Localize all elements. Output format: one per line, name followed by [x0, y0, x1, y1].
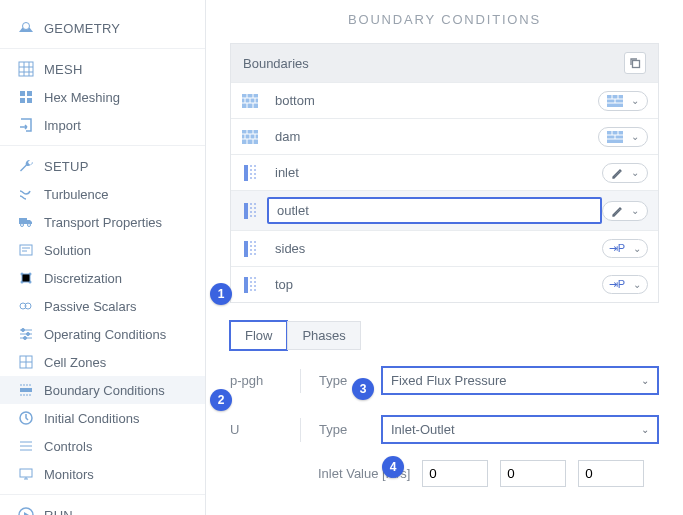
- svg-point-16: [27, 333, 30, 336]
- sidebar-item-initial-conditions[interactable]: Initial Conditions: [0, 404, 205, 432]
- callout-3: 3: [352, 378, 374, 400]
- tab-flow[interactable]: Flow: [230, 321, 287, 350]
- boundary-type-button[interactable]: ⌄: [602, 201, 648, 221]
- svg-rect-5: [27, 98, 32, 103]
- inlet-value-y[interactable]: [500, 460, 566, 487]
- boundary-type-button[interactable]: ⌄: [598, 127, 648, 147]
- svg-rect-23: [633, 61, 640, 68]
- label: Controls: [44, 439, 92, 454]
- row-inlet-value: Inlet Value [m/s]: [230, 454, 659, 487]
- label: Discretization: [44, 271, 122, 286]
- sidebar-item-cell-zones[interactable]: Cell Zones: [0, 348, 205, 376]
- wrench-icon: [18, 158, 34, 174]
- select-value: Inlet-Outlet: [391, 422, 455, 437]
- chevron-down-icon: ⌄: [631, 167, 639, 178]
- boundary-type-button[interactable]: ⌄: [602, 163, 648, 183]
- boundary-row-bottom[interactable]: bottom ⌄: [231, 82, 658, 118]
- label: GEOMETRY: [44, 21, 120, 36]
- sidebar-item-boundary-conditions[interactable]: Boundary Conditions: [0, 376, 205, 404]
- field-label-u: U: [230, 422, 282, 437]
- controls-icon: [18, 438, 34, 454]
- sidebar-item-import[interactable]: Import: [0, 111, 205, 139]
- chevron-down-icon: ⌄: [631, 95, 639, 106]
- boundaries-panel: Boundaries bottom ⌄ dam ⌄ inlet ⌄: [230, 43, 659, 303]
- boundary-label: sides: [267, 237, 602, 260]
- sidebar-item-passive-scalars[interactable]: Passive Scalars: [0, 292, 205, 320]
- select-u-type[interactable]: Inlet-Outlet ⌄: [381, 415, 659, 444]
- symmetry-p-icon: ⇥P: [609, 278, 625, 291]
- mesh-icon: [18, 61, 34, 77]
- divider: [300, 369, 301, 393]
- boundary-row-inlet[interactable]: inlet ⌄: [231, 154, 658, 190]
- symmetry-p-icon: ⇥P: [609, 242, 625, 255]
- select-p-pgh-type[interactable]: Fixed Flux Pressure ⌄: [381, 366, 659, 395]
- chevron-down-icon: ⌄: [633, 243, 641, 254]
- inlet-value-x[interactable]: [422, 460, 488, 487]
- wall-icon: [241, 92, 259, 110]
- label: Operating Conditions: [44, 327, 166, 342]
- sidebar-section-mesh[interactable]: MESH: [0, 55, 205, 83]
- label: Solution: [44, 243, 91, 258]
- patch-icon: [241, 202, 259, 220]
- label: Initial Conditions: [44, 411, 139, 426]
- wall-icon: [241, 128, 259, 146]
- geometry-icon: [18, 20, 34, 36]
- sidebar-item-solution[interactable]: Solution: [0, 236, 205, 264]
- label: Cell Zones: [44, 355, 106, 370]
- boundary-label: outlet: [267, 197, 602, 224]
- boundary-type-button[interactable]: ⇥P⌄: [602, 275, 648, 294]
- callout-1: 1: [210, 283, 232, 305]
- chevron-down-icon: ⌄: [631, 205, 639, 216]
- label: RUN: [44, 508, 73, 516]
- svg-point-0: [23, 23, 30, 30]
- hex-icon: [18, 89, 34, 105]
- page-title: BOUNDARY CONDITIONS: [206, 0, 683, 43]
- sidebar-item-transport-properties[interactable]: Transport Properties: [0, 208, 205, 236]
- svg-point-17: [24, 337, 27, 340]
- sidebar-item-hex-meshing[interactable]: Hex Meshing: [0, 83, 205, 111]
- sidebar-section-run[interactable]: RUN: [0, 501, 205, 515]
- sidebar-item-monitors[interactable]: Monitors: [0, 460, 205, 488]
- boundary-row-outlet[interactable]: outlet ⌄: [231, 190, 658, 230]
- boundary-label: top: [267, 273, 602, 296]
- copy-button[interactable]: [624, 52, 646, 74]
- boundary-type-button[interactable]: ⇥P⌄: [602, 239, 648, 258]
- sidebar-item-turbulence[interactable]: Turbulence: [0, 180, 205, 208]
- svg-rect-3: [27, 91, 32, 96]
- sidebar-item-discretization[interactable]: Discretization: [0, 264, 205, 292]
- boundary-row-dam[interactable]: dam ⌄: [231, 118, 658, 154]
- boundary-type-button[interactable]: ⌄: [598, 91, 648, 111]
- cellzones-icon: [18, 354, 34, 370]
- patch-icon: [241, 240, 259, 258]
- label: Passive Scalars: [44, 299, 136, 314]
- divider: [300, 418, 301, 442]
- import-icon: [18, 117, 34, 133]
- sidebar-item-operating-conditions[interactable]: Operating Conditions: [0, 320, 205, 348]
- svg-rect-8: [20, 245, 32, 255]
- callout-2: 2: [210, 389, 232, 411]
- label: MESH: [44, 62, 83, 77]
- chevron-down-icon: ⌄: [641, 424, 649, 435]
- scalars-icon: [18, 298, 34, 314]
- sidebar: GEOMETRY MESH Hex Meshing Import SETUP T…: [0, 0, 206, 515]
- svg-rect-28: [244, 165, 248, 181]
- svg-rect-29: [244, 203, 248, 219]
- label: Hex Meshing: [44, 90, 120, 105]
- sidebar-section-setup[interactable]: SETUP: [0, 152, 205, 180]
- boundary-row-top[interactable]: top ⇥P⌄: [231, 266, 658, 302]
- chevron-down-icon: ⌄: [633, 279, 641, 290]
- label: Import: [44, 118, 81, 133]
- sidebar-item-controls[interactable]: Controls: [0, 432, 205, 460]
- svg-rect-1: [19, 62, 33, 76]
- svg-point-15: [22, 329, 25, 332]
- inlet-value-z[interactable]: [578, 460, 644, 487]
- svg-rect-2: [20, 91, 25, 96]
- boundary-label: dam: [267, 125, 598, 148]
- truck-icon: [18, 214, 34, 230]
- svg-rect-21: [20, 469, 32, 477]
- sidebar-section-geometry[interactable]: GEOMETRY: [0, 14, 205, 42]
- tab-phases[interactable]: Phases: [287, 321, 360, 350]
- label: Turbulence: [44, 187, 109, 202]
- field-label-p-pgh: p-pgh: [230, 373, 282, 388]
- boundary-row-sides[interactable]: sides ⇥P⌄: [231, 230, 658, 266]
